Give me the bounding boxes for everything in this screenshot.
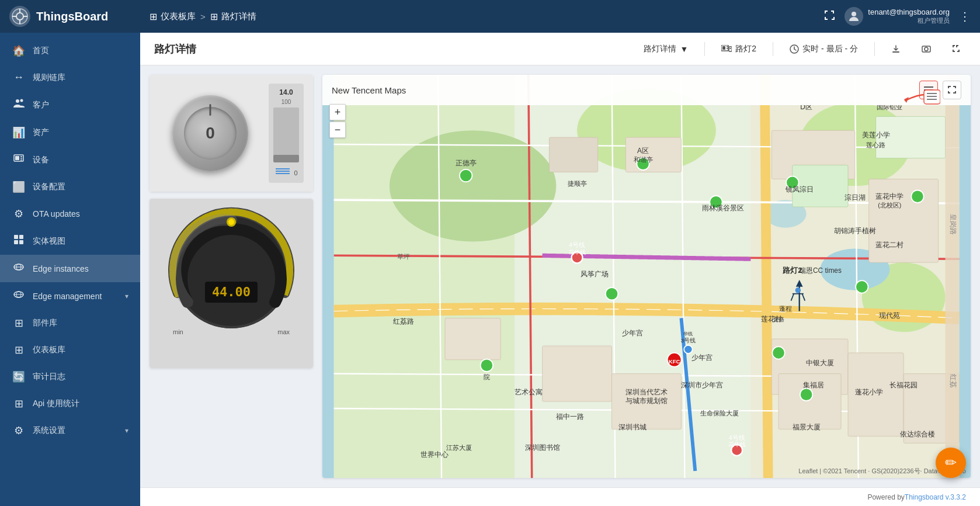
meter-min-val: 0: [294, 169, 297, 176]
svg-text:镜凤淙日: 镜凤淙日: [785, 185, 814, 193]
time-selector[interactable]: 实时 - 最后 - 分: [785, 41, 863, 57]
more-options-button[interactable]: ⋮: [959, 9, 971, 23]
fab-edit-button[interactable]: ✏: [936, 448, 966, 478]
footer-text: Powered by: [867, 493, 904, 501]
knob[interactable]: 0: [172, 95, 248, 171]
svg-text:美莲小学: 美莲小学: [862, 131, 890, 139]
edge-management-icon: [12, 289, 26, 303]
svg-point-84: [460, 169, 472, 182]
map-background[interactable]: + −: [322, 75, 971, 478]
svg-text:现代苑: 现代苑: [879, 311, 900, 320]
map-fullscreen-button[interactable]: [943, 81, 961, 99]
sidebar-item-widgets[interactable]: ⊞ 部件库: [0, 310, 140, 337]
svg-line-32: [794, 49, 796, 50]
user-menu[interactable]: tenant@thingsboard.org 租户管理员: [845, 7, 950, 26]
map-panel: New Tencent Maps: [322, 75, 971, 478]
svg-rect-49: [924, 90, 940, 104]
fullscreen-button[interactable]: [947, 42, 966, 56]
svg-text:瑞恩CC times: 瑞恩CC times: [799, 266, 842, 275]
breadcrumb-home-label: 仪表板库: [161, 11, 196, 22]
svg-point-6: [852, 12, 856, 16]
svg-text:草坪: 草坪: [397, 253, 410, 260]
svg-text:红荔: 红荔: [949, 374, 957, 388]
svg-text:集福居: 集福居: [803, 381, 824, 389]
svg-text:深圳图书馆: 深圳图书馆: [525, 443, 560, 452]
svg-rect-15: [19, 235, 23, 239]
sidebar-label-customers: 客户: [33, 100, 128, 110]
sidebar-label-devices: 设备: [33, 155, 128, 165]
user-email: tenant@thingsboard.org: [868, 8, 950, 16]
meter-controls[interactable]: 0: [273, 166, 299, 178]
sidebar-label-ota: OTA updates: [33, 209, 128, 219]
device-selector[interactable]: 路灯2: [717, 41, 761, 57]
footer-link[interactable]: Thingsboard v.3.3.2: [905, 493, 966, 501]
sidebar-item-home[interactable]: 🏠 首页: [0, 37, 140, 64]
breadcrumb: ⊞ 仪表板库 > ⊞ 路灯详情: [150, 11, 823, 22]
sidebar-label-entity-view: 实体视图: [33, 236, 128, 247]
gauge-svg-container: 44.00: [167, 206, 296, 334]
svg-rect-11: [20, 156, 22, 157]
map-svg: 4号线 花华线 4号线 花华线 3号线 华线: [322, 75, 971, 478]
svg-text:少年宫: 少年宫: [622, 329, 643, 337]
sidebar-item-device-profiles[interactable]: ⬜ 设备配置: [0, 174, 140, 200]
screenshot-button[interactable]: [917, 42, 936, 56]
svg-text:莲心路: 莲心路: [866, 141, 885, 148]
sidebar-item-edge-management[interactable]: Edge management ▾: [0, 282, 140, 310]
sidebar-item-dashboards[interactable]: ⊞ 仪表板库: [0, 337, 140, 363]
map-title: New Tencent Maps: [332, 85, 406, 95]
svg-point-68: [684, 345, 692, 353]
widgets-icon: ⊞: [12, 317, 26, 330]
svg-text:红荔路: 红荔路: [393, 317, 414, 325]
time-label: 实时 - 最后 - 分: [802, 44, 858, 54]
svg-text:福景大厦: 福景大厦: [793, 423, 821, 431]
svg-rect-33: [892, 51, 899, 53]
svg-text:艺术公寓: 艺术公寓: [515, 388, 543, 396]
sidebar-label-device-profiles: 设备配置: [33, 182, 128, 192]
svg-rect-25: [722, 46, 725, 50]
svg-text:中银大厦: 中银大厦: [806, 359, 834, 367]
sidebar-item-assets[interactable]: 📊 资产: [0, 119, 140, 146]
sidebar-item-customers[interactable]: 客户: [0, 91, 140, 119]
dashboard-content: 0 14.0 100: [140, 65, 980, 487]
sidebar-label-api-stats: Api 使用统计: [33, 398, 128, 409]
page-title: 路灯详情: [154, 42, 196, 56]
download-button[interactable]: [887, 42, 905, 56]
breadcrumb-current[interactable]: ⊞ 路灯详情: [210, 11, 256, 22]
sidebar-item-ota[interactable]: ⚙ OTA updates: [0, 200, 140, 227]
meter-max: 100: [273, 99, 299, 105]
device-icon: [721, 45, 732, 53]
time-icon: [790, 44, 799, 54]
vertical-meter: 14.0 100 0: [269, 84, 304, 183]
sidebar-item-rules[interactable]: ↔ 规则链库: [0, 64, 140, 91]
svg-rect-26: [727, 46, 728, 47]
sidebar: 🏠 首页 ↔ 规则链库 客户 📊 资产: [0, 33, 140, 506]
breadcrumb-home[interactable]: ⊞ 仪表板库: [150, 11, 196, 22]
edge-instances-icon: [12, 262, 26, 275]
ota-icon: ⚙: [12, 207, 26, 220]
svg-text:花华线: 花华线: [568, 249, 586, 255]
customers-icon: [12, 98, 26, 112]
sidebar-item-entity-view[interactable]: 实体视图: [0, 227, 140, 255]
sidebar-item-edge-instances[interactable]: Edge instances: [0, 255, 140, 282]
toolbar-divider-3: [874, 42, 875, 56]
svg-point-7: [16, 99, 19, 103]
detail-dropdown[interactable]: 路灯详情 ▼: [639, 41, 693, 57]
svg-text:少年宫: 少年宫: [691, 353, 713, 362]
svg-text:蓬花小学: 蓬花小学: [855, 388, 883, 396]
svg-rect-14: [14, 235, 18, 239]
circular-gauge-inner: 44.00 min max: [150, 199, 313, 368]
svg-text:院: 院: [484, 373, 490, 380]
sidebar-item-audit[interactable]: 🔄 审计日志: [0, 363, 140, 390]
sidebar-item-api-stats[interactable]: ⊞ Api 使用统计: [0, 390, 140, 417]
svg-rect-71: [549, 137, 597, 172]
svg-point-90: [800, 389, 812, 401]
sidebar-item-devices[interactable]: 设备: [0, 146, 140, 174]
meter-value: 14.0: [273, 88, 299, 96]
zoom-in-button[interactable]: +: [329, 104, 346, 120]
header-fullscreen-button[interactable]: [823, 9, 835, 24]
zoom-out-button[interactable]: −: [329, 122, 346, 138]
device-profiles-icon: ⬜: [12, 181, 26, 193]
sidebar-label-widgets: 部件库: [33, 318, 128, 328]
sidebar-item-system-settings[interactable]: ⚙ 系统设置 ▾: [0, 417, 140, 444]
svg-text:依达综合楼: 依达综合楼: [900, 430, 935, 438]
